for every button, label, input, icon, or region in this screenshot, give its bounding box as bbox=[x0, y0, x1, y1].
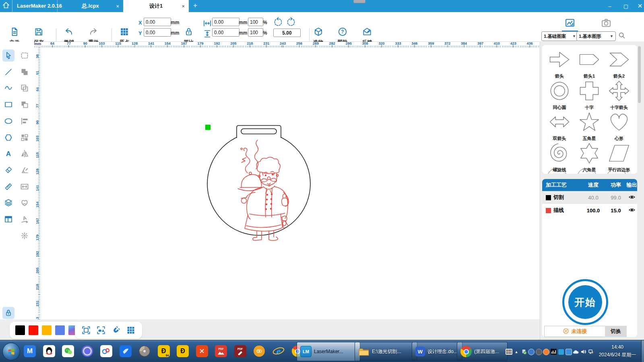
wing-app-icon[interactable] bbox=[118, 344, 133, 358]
show-desktop-button[interactable] bbox=[641, 340, 644, 362]
eraser-tool[interactable] bbox=[2, 164, 14, 176]
home-button[interactable] bbox=[0, 0, 12, 12]
shape-star5[interactable]: 五角星 bbox=[575, 111, 603, 142]
m-app-icon[interactable]: M bbox=[23, 344, 37, 358]
tab-total-lcpx[interactable]: 总.lcpx × bbox=[57, 0, 123, 12]
tab-camera[interactable] bbox=[598, 17, 614, 31]
canvas-lock-button[interactable] bbox=[2, 307, 14, 319]
grid-button[interactable] bbox=[125, 325, 136, 336]
tab-close-icon[interactable]: × bbox=[182, 3, 185, 9]
tray-network-icon[interactable] bbox=[588, 348, 594, 355]
tray-volume-icon[interactable] bbox=[580, 348, 587, 355]
tray-update-icon[interactable] bbox=[535, 348, 542, 355]
medal-design[interactable] bbox=[207, 125, 310, 241]
width-percent-input[interactable] bbox=[248, 18, 263, 26]
shape-concentric[interactable]: 同心圆 bbox=[545, 80, 574, 111]
x-position-input[interactable] bbox=[144, 18, 171, 26]
select-tool[interactable] bbox=[2, 49, 14, 62]
rotate-step-input[interactable] bbox=[273, 29, 301, 37]
taskbar-window-2[interactable]: W设计理念.do... bbox=[412, 342, 462, 361]
internet-explorer-icon[interactable]: e bbox=[271, 344, 286, 358]
connection-status[interactable]: 未连接 bbox=[544, 326, 605, 337]
subcategory-dropdown[interactable]: 1.基本图形▼ bbox=[576, 31, 616, 41]
text-tool[interactable]: A bbox=[2, 148, 14, 160]
rect-tool[interactable] bbox=[2, 99, 14, 111]
design-canvas[interactable] bbox=[40, 47, 540, 319]
layers-tool[interactable] bbox=[2, 197, 14, 209]
measure-tool[interactable] bbox=[2, 181, 14, 193]
baidu-netdisk-icon[interactable] bbox=[99, 344, 114, 358]
tray-cloud-icon[interactable] bbox=[573, 348, 580, 355]
search-icon[interactable] bbox=[618, 31, 626, 41]
circle-browser-icon[interactable] bbox=[80, 344, 95, 358]
category-dropdown[interactable]: 1.基础图案▼ bbox=[541, 31, 578, 41]
subtract-tool[interactable] bbox=[19, 99, 31, 111]
close-button[interactable]: ✕ bbox=[633, 0, 644, 12]
taskbar-window-1[interactable]: E:\激光切割... bbox=[355, 342, 417, 361]
tab-shape-gallery[interactable] bbox=[562, 17, 578, 32]
shape-arrow-chevron[interactable]: 箭头2 bbox=[605, 48, 633, 79]
table-tool[interactable] bbox=[2, 213, 14, 225]
fit-frame-button[interactable] bbox=[80, 325, 92, 336]
tray-remote-icon[interactable] bbox=[528, 348, 535, 355]
tray-usb-safe-icon[interactable] bbox=[520, 348, 527, 355]
mirror-tool[interactable] bbox=[19, 148, 31, 160]
color-swatch-0[interactable] bbox=[15, 325, 25, 335]
maximize-button[interactable]: ▢ bbox=[619, 0, 633, 12]
curve-tool[interactable] bbox=[2, 82, 14, 94]
group-tool[interactable] bbox=[19, 132, 31, 144]
height-percent-input[interactable] bbox=[248, 28, 263, 37]
union-tool[interactable] bbox=[19, 66, 31, 78]
shape-heart[interactable]: 心形 bbox=[605, 111, 633, 142]
taskbar-window-3[interactable]: (第四届激... bbox=[457, 342, 508, 361]
tab-design1[interactable]: 设计1 × bbox=[123, 0, 189, 12]
explode-tool[interactable] bbox=[19, 230, 31, 242]
dimension-tool[interactable] bbox=[19, 181, 31, 193]
start-button[interactable]: 开始 bbox=[562, 279, 608, 325]
taskbar-window-0[interactable]: LMLaserMaker... bbox=[297, 342, 360, 361]
shape-arrow-right[interactable]: 箭头 bbox=[545, 48, 574, 79]
shape-double-arrow[interactable]: 双箭头 bbox=[545, 111, 574, 142]
magnet-button[interactable] bbox=[110, 325, 122, 336]
new-tab-button[interactable]: + bbox=[190, 0, 200, 12]
process-row-切割[interactable]: 切割 40.0 99.0 bbox=[542, 191, 637, 204]
ellipse-tool[interactable] bbox=[2, 115, 14, 127]
cd-rom-icon[interactable] bbox=[137, 344, 152, 358]
height-input[interactable] bbox=[212, 28, 239, 37]
align-tool[interactable] bbox=[19, 115, 31, 127]
process-row-描线[interactable]: 描线 100.0 15.0 bbox=[542, 204, 637, 217]
rotate-left-icon[interactable] bbox=[273, 17, 283, 29]
output-eye-icon[interactable] bbox=[626, 206, 637, 215]
color-swatch-3[interactable] bbox=[55, 325, 65, 335]
shape-cross-arrows[interactable]: 十字箭头 bbox=[605, 80, 633, 111]
tray-video-app-icon[interactable] bbox=[558, 348, 565, 355]
layer-color-swatch[interactable] bbox=[546, 195, 551, 200]
shape-arrow-pentagon[interactable]: 箭头1 bbox=[575, 48, 603, 79]
angle-tool[interactable] bbox=[19, 164, 31, 176]
tray-keyboard-icon[interactable] bbox=[506, 348, 512, 355]
layer-color-swatch[interactable] bbox=[546, 208, 551, 213]
y-position-input[interactable] bbox=[144, 28, 171, 37]
line-tool[interactable] bbox=[2, 66, 14, 78]
tab-close-icon[interactable]: × bbox=[116, 3, 119, 9]
switch-device-button[interactable]: 切换 bbox=[605, 326, 627, 337]
color-swatch-2[interactable] bbox=[42, 325, 52, 335]
x-app-icon[interactable]: ✕ bbox=[195, 344, 209, 358]
rotate-right-icon[interactable] bbox=[286, 17, 296, 29]
width-input[interactable] bbox=[212, 18, 239, 26]
tray-security-icon[interactable] bbox=[543, 348, 550, 355]
tray-stats-icon[interactable] bbox=[550, 348, 557, 355]
p-app-icon[interactable]: Đ bbox=[175, 344, 190, 358]
windows-start-button[interactable] bbox=[2, 343, 20, 360]
text-path-tool[interactable]: A bbox=[19, 213, 31, 225]
wechat-icon[interactable] bbox=[61, 344, 75, 358]
minimize-button[interactable]: – bbox=[603, 0, 617, 12]
panel-scrollbar[interactable] bbox=[638, 46, 641, 103]
system-clock[interactable]: 14:40 2024/6/24 星期一 bbox=[595, 343, 640, 359]
orange-link-icon[interactable] bbox=[252, 344, 266, 358]
shape-cross[interactable]: 十字 bbox=[575, 80, 603, 111]
color-swatch-1[interactable] bbox=[29, 325, 38, 335]
p64-app-icon[interactable]: Đ64 bbox=[157, 344, 171, 358]
pdf-reader-icon[interactable]: PDF bbox=[214, 344, 228, 358]
select-shapes-button[interactable] bbox=[95, 325, 107, 336]
